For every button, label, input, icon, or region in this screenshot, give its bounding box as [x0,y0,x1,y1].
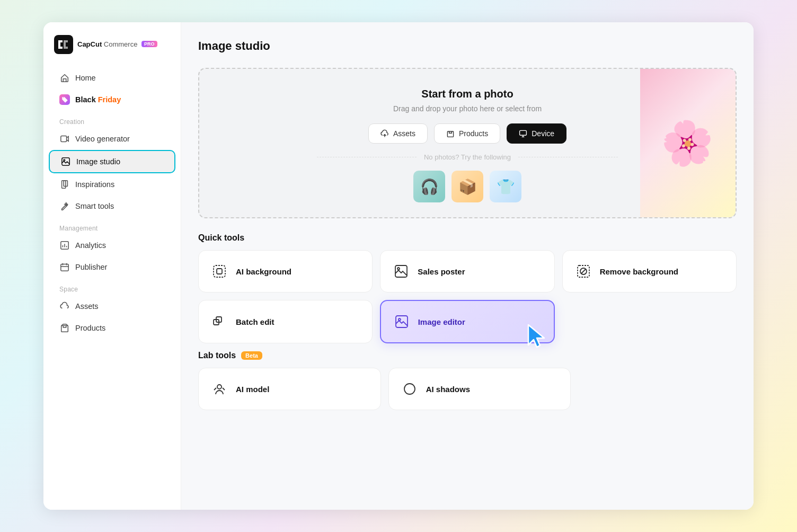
quick-tools-title: Quick tools [198,233,737,243]
upload-area[interactable]: Start from a photo Drag and drop your ph… [198,68,737,218]
svg-point-23 [404,384,415,394]
shirt-icon: 👕 [497,178,515,196]
svg-marker-21 [528,325,544,347]
svg-rect-12 [217,269,222,274]
svg-rect-10 [520,130,527,135]
no-photos-text: No photos? Try the following [424,153,511,161]
sidebar-item-home-label: Home [75,74,96,82]
assets-upload-button[interactable]: Assets [368,123,428,144]
tag-icon [59,94,70,105]
tool-ai-model[interactable]: AI model [198,368,381,410]
cursor-arrow-icon [525,323,548,350]
main-content: Image studio Start from a photo Drag and… [181,22,754,510]
chart-icon [59,240,70,251]
tool-batch-edit-label: Batch edit [236,317,274,326]
batch-icon [210,313,228,331]
assets-button-label: Assets [393,129,415,138]
tool-image-editor[interactable]: Image editor [380,300,555,343]
sidebar-item-products-label: Products [75,324,105,332]
sidebar-item-assets-label: Assets [75,302,99,311]
sidebar-item-image-studio-label: Image studio [76,157,120,166]
sidebar-nav: Home Black Friday Creation [43,67,181,510]
tool-ai-shadows-label: AI shadows [426,385,470,394]
tool-batch-edit[interactable]: Batch edit [198,300,373,343]
sidebar: CapCut Commerce PRO Home [43,22,181,510]
tool-image-editor-label: Image editor [418,317,465,326]
sidebar-item-analytics-label: Analytics [75,241,106,250]
magic-icon [59,201,70,211]
remove-bg-icon [574,262,592,280]
calendar-icon [59,262,70,272]
beta-badge: Beta [241,351,262,360]
tool-sales-poster-label: Sales poster [418,267,465,276]
upload-subtitle: Drag and drop your photo here or select … [393,104,542,113]
products-upload-button[interactable]: Products [434,123,500,144]
tool-remove-background-label: Remove background [600,267,678,276]
sidebar-item-video-generator[interactable]: Video generator [49,128,175,149]
logo-pro-badge: PRO [141,41,157,47]
products-upload-icon [446,129,455,138]
sidebar-item-assets[interactable]: Assets [49,296,175,317]
sample-photo-shirt[interactable]: 👕 [490,171,521,202]
svg-point-22 [217,385,222,389]
lab-tools-row: AI model AI shadows [198,368,737,410]
quick-tools-row-1: AI background Sales poster [198,250,737,292]
sidebar-item-inspirations-label: Inspirations [75,180,114,189]
cloud-upload-icon [380,129,389,138]
earbuds-icon: 🎧 [420,178,439,196]
bookmark-icon [59,179,70,190]
section-management: Management [43,217,181,234]
sample-photos: 🎧 📦 👕 [413,171,521,202]
sidebar-item-publisher[interactable]: Publisher [49,256,175,278]
device-icon [519,129,527,138]
page-title: Image studio [198,39,737,53]
box-icon [59,323,70,333]
svg-point-14 [397,268,400,270]
sidebar-item-image-studio[interactable]: Image studio [49,150,175,173]
logo-capcut: CapCut [77,40,102,48]
lab-tools-title: Lab tools [198,351,236,360]
device-button-label: Device [532,129,554,138]
tool-ai-background-label: AI background [236,267,291,276]
quick-tools-row-2: Batch edit Image editor [198,300,737,343]
sidebar-item-products[interactable]: Products [49,317,175,339]
device-upload-button[interactable]: Device [507,123,566,144]
tool-ai-model-label: AI model [236,385,269,394]
box-product-icon: 📦 [458,178,477,196]
cloud-icon [59,301,70,312]
sidebar-item-home[interactable]: Home [49,67,175,88]
sidebar-item-smart-tools[interactable]: Smart tools [49,196,175,217]
tool-ai-background[interactable]: AI background [198,250,373,292]
upload-title: Start from a photo [421,88,513,100]
lab-tools-spacer [578,368,737,410]
cursor-overlay [525,323,548,352]
sidebar-item-black-friday-label: Black Friday [75,95,121,104]
svg-rect-1 [61,136,67,142]
sidebar-item-black-friday[interactable]: Black Friday [49,89,175,110]
upload-divider: No photos? Try the following [317,153,618,161]
image-icon [60,156,71,167]
sidebar-item-smart-tools-label: Smart tools [75,202,114,210]
sample-photo-box[interactable]: 📦 [451,171,483,202]
sales-poster-icon [392,262,410,280]
sidebar-item-publisher-label: Publisher [75,263,107,271]
svg-rect-11 [214,265,225,277]
tool-remove-background[interactable]: Remove background [562,250,737,292]
section-space: Space [43,278,181,295]
sidebar-item-inspirations[interactable]: Inspirations [49,174,175,195]
tool-ai-shadows[interactable]: AI shadows [388,368,571,410]
section-creation: Creation [43,111,181,128]
upload-floral-decoration: 🌸 [640,69,736,217]
sample-photo-earbuds[interactable]: 🎧 [413,171,445,202]
ai-bg-icon [210,262,228,280]
lab-tools-header: Lab tools Beta [198,351,737,360]
logo-commerce: Commerce [104,40,138,48]
app-container: CapCut Commerce PRO Home [43,22,754,510]
video-icon [59,134,70,144]
capcut-logo-icon [54,35,73,54]
tool-sales-poster[interactable]: Sales poster [380,250,554,292]
ai-model-icon [210,380,228,398]
sidebar-item-analytics[interactable]: Analytics [49,235,175,256]
svg-rect-7 [61,264,68,271]
image-editor-icon [393,313,411,331]
